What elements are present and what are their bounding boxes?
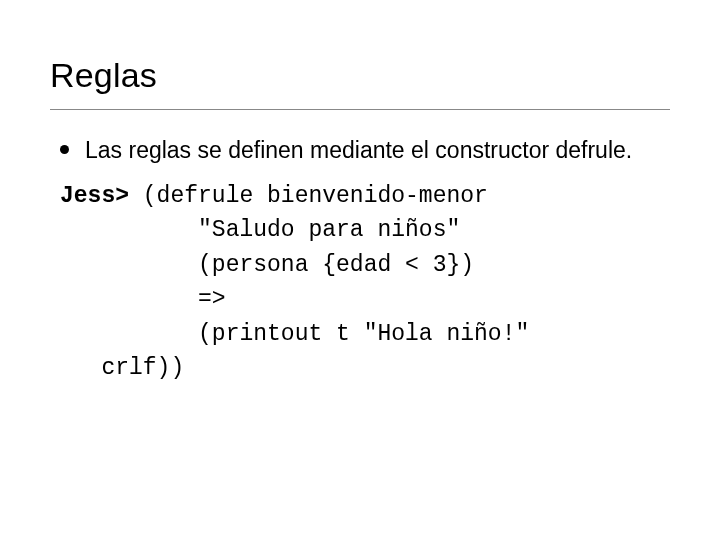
bullet-text: Las reglas se definen mediante el constr… — [85, 136, 632, 165]
bullet-icon — [60, 145, 69, 154]
title-divider — [50, 109, 670, 110]
code-line-1: (defrule bienvenido-menor — [129, 183, 488, 209]
slide-title: Reglas — [50, 56, 670, 95]
code-line-4: => — [60, 286, 226, 312]
slide: Reglas Las reglas se definen mediante el… — [0, 0, 720, 540]
bullet-item: Las reglas se definen mediante el constr… — [50, 136, 670, 165]
code-block: Jess> (defrule bienvenido-menor "Saludo … — [60, 179, 670, 386]
code-prompt: Jess> — [60, 183, 129, 209]
code-line-6: crlf)) — [60, 355, 184, 381]
code-line-2: "Saludo para niños" — [60, 217, 460, 243]
code-line-5: (printout t "Hola niño!" — [60, 321, 529, 347]
code-line-3: (persona {edad < 3}) — [60, 252, 474, 278]
